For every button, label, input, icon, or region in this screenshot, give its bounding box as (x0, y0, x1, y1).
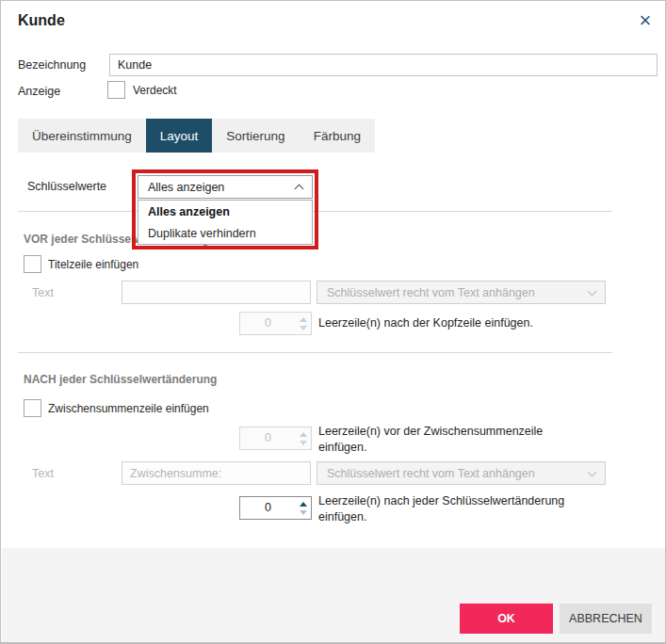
tab-sortierung[interactable]: Sortierung (212, 119, 299, 153)
display-field-label: Anzeige (18, 85, 60, 98)
spinner-value: 0 (240, 497, 296, 519)
key-values-label: Schlüsselwerte (27, 180, 106, 193)
spin-up-icon (300, 432, 307, 437)
after-blank-lines-caption: Leerzeile(n) nach jeder Schlüsselwertänd… (318, 493, 615, 524)
spin-down-icon (300, 441, 307, 445)
chevron-down-icon (588, 286, 597, 296)
spin-down-icon (300, 326, 307, 330)
after-text-input (122, 461, 311, 485)
separator-line (18, 352, 612, 353)
name-input[interactable] (109, 54, 658, 76)
after-blank-lines-before-caption: Leerzeile(n) vor der Zwischensummenzeile… (318, 424, 587, 455)
key-field-dialog: Kunde × Bezeichnung Anzeige Verdeckt Übe… (0, 0, 666, 644)
name-field-label: Bezeichnung (18, 58, 86, 72)
after-blank-lines-spinner[interactable]: 0 (239, 496, 312, 520)
ok-button[interactable]: OK (460, 604, 553, 634)
after-text-label: Text (32, 467, 54, 480)
after-section-title: NACH jeder Schlüsselwertänderung (24, 373, 217, 386)
hidden-checkbox-label: Verdeckt (133, 84, 177, 97)
before-append-select: Schlüsselwert recht vom Text anhängen (317, 281, 606, 304)
before-blank-lines-caption: Leerzeile(n) nach der Kopfzeile einfügen… (318, 315, 533, 331)
cancel-button[interactable]: ABBRECHEN (560, 604, 652, 634)
tab-bar: Übereinstimmung Layout Sortierung Färbun… (18, 119, 375, 153)
subtotal-row-checkbox-label: Zwischensummenzeile einfügen (48, 402, 209, 415)
dropdown-option-duplikate-verhindern[interactable]: Duplikate verhindern (138, 222, 312, 244)
subtotal-row-checkbox[interactable] (24, 399, 41, 417)
hidden-checkbox[interactable] (107, 81, 125, 99)
spin-up-icon (300, 317, 307, 322)
after-append-select: Schlüsselwert recht vom Text anhängen (317, 461, 606, 485)
before-append-select-value: Schlüsselwert recht vom Text anhängen (327, 286, 535, 299)
spin-up-button[interactable] (300, 502, 307, 507)
before-blank-lines-spinner: 0 (239, 312, 312, 335)
after-append-select-value: Schlüsselwert recht vom Text anhängen (327, 467, 535, 480)
dropdown-option-alles-anzeigen[interactable]: Alles anzeigen (138, 201, 312, 222)
spin-down-button[interactable] (300, 510, 307, 515)
key-values-dropdown-list: Alles anzeigen Duplikate verhindern (138, 200, 313, 245)
close-icon[interactable]: × (632, 8, 658, 35)
tab-uebereinstimmung[interactable]: Übereinstimmung (18, 119, 146, 153)
title-row-checkbox[interactable] (24, 255, 41, 273)
before-text-label: Text (32, 286, 54, 299)
after-blank-lines-before-spinner: 0 (239, 427, 312, 450)
spinner-value: 0 (240, 313, 296, 334)
chevron-down-icon (588, 467, 597, 476)
title-row-checkbox-label: Titelzeile einfügen (48, 258, 138, 271)
dialog-title: Kunde (18, 12, 65, 29)
chevron-up-icon (295, 185, 304, 194)
tab-faerbung[interactable]: Färbung (300, 119, 375, 153)
spinner-value: 0 (240, 427, 296, 449)
key-values-dropdown[interactable]: Alles anzeigen (138, 175, 313, 199)
tab-layout[interactable]: Layout (146, 119, 213, 153)
key-values-dropdown-value: Alles anzeigen (148, 181, 296, 194)
before-text-input (122, 281, 311, 304)
separator-line (18, 211, 612, 212)
